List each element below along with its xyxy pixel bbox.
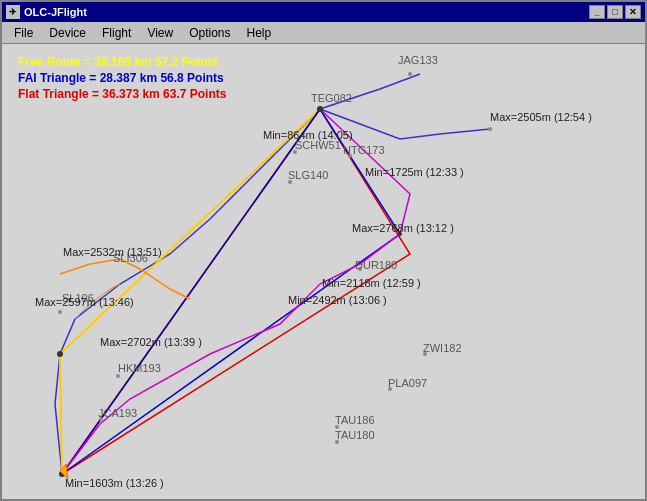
svg-text:ZWI182: ZWI182	[423, 342, 462, 354]
maximize-button[interactable]: □	[607, 5, 623, 19]
svg-point-8	[488, 127, 492, 131]
svg-text:Max=2702m (13:39 ): Max=2702m (13:39 )	[100, 336, 202, 348]
svg-text:Max=2505m (12:54 ): Max=2505m (12:54 )	[490, 111, 592, 123]
title-bar-buttons: _ □ ✕	[589, 5, 641, 19]
svg-text:DUR180: DUR180	[355, 259, 397, 271]
svg-point-17	[116, 374, 120, 378]
svg-text:FAI Triangle = 28.387 km 56.8 : FAI Triangle = 28.387 km 56.8 Points	[18, 71, 224, 85]
menu-help[interactable]: Help	[239, 24, 280, 42]
svg-text:Min=2492m (13:06 ): Min=2492m (13:06 )	[288, 294, 387, 306]
svg-text:Min=864m (14:05): Min=864m (14:05)	[263, 129, 353, 141]
svg-text:Min=1603m (13:26 ): Min=1603m (13:26 )	[65, 477, 164, 489]
svg-text:Min=2118m (12:59 ): Min=2118m (12:59 )	[322, 277, 421, 289]
flight-svg: JAG133 TEG082 SCHW51 NTG173 SLG140 DUR18…	[2, 44, 645, 499]
svg-text:Flat Triangle = 36.373 km 63.7: Flat Triangle = 36.373 km 63.7 Points	[18, 87, 227, 101]
main-window: ✈ OLC-JFlight _ □ ✕ File Device Flight V…	[0, 0, 647, 501]
menu-options[interactable]: Options	[181, 24, 238, 42]
menu-device[interactable]: Device	[41, 24, 94, 42]
svg-text:Max=2768m (13:12 ): Max=2768m (13:12 )	[352, 222, 454, 234]
svg-point-3	[317, 106, 323, 112]
svg-text:JCA193: JCA193	[98, 407, 137, 419]
svg-point-5	[57, 351, 63, 357]
svg-text:NTG173: NTG173	[343, 144, 385, 156]
menu-flight[interactable]: Flight	[94, 24, 139, 42]
svg-text:HKM193: HKM193	[118, 362, 161, 374]
svg-text:TAU186: TAU186	[335, 414, 375, 426]
svg-point-7	[408, 72, 412, 76]
svg-text:Free Route = 38.109 km 57.2 Po: Free Route = 38.109 km 57.2 Points	[18, 55, 219, 69]
svg-text:Max=2597m (13:46): Max=2597m (13:46)	[35, 296, 134, 308]
svg-text:Max=2532m (13:51): Max=2532m (13:51)	[63, 246, 162, 258]
svg-text:TEG082: TEG082	[311, 92, 352, 104]
title-bar: ✈ OLC-JFlight _ □ ✕	[2, 2, 645, 22]
menu-view[interactable]: View	[139, 24, 181, 42]
svg-text:JAG133: JAG133	[398, 54, 438, 66]
close-button[interactable]: ✕	[625, 5, 641, 19]
svg-text:TAU180: TAU180	[335, 429, 375, 441]
app-icon: ✈	[6, 5, 20, 19]
minimize-button[interactable]: _	[589, 5, 605, 19]
menu-file[interactable]: File	[6, 24, 41, 42]
svg-text:SLG140: SLG140	[288, 169, 328, 181]
svg-point-19	[58, 310, 62, 314]
svg-text:PLA097: PLA097	[388, 377, 427, 389]
svg-text:Min=1725m (12:33 ): Min=1725m (12:33 )	[365, 166, 464, 178]
title-bar-left: ✈ OLC-JFlight	[6, 5, 87, 19]
window-title: OLC-JFlight	[24, 6, 87, 18]
map-area: JAG133 TEG082 SCHW51 NTG173 SLG140 DUR18…	[2, 44, 645, 499]
menu-bar: File Device Flight View Options Help	[2, 22, 645, 44]
